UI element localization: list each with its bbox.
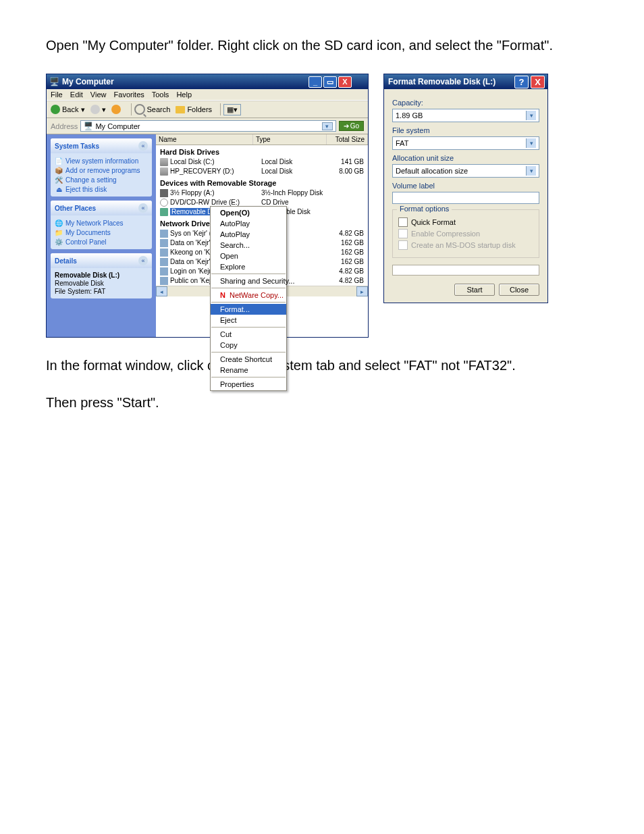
back-button[interactable]: Back ▾ xyxy=(51,105,85,114)
context-menu-item[interactable]: Format... xyxy=(211,304,286,315)
address-text: My Computer xyxy=(95,122,140,130)
context-menu-item[interactable]: Sharing and Security... xyxy=(211,276,286,286)
menu-file[interactable]: File xyxy=(51,90,63,99)
task-view-system-info[interactable]: 📄View system information xyxy=(55,156,148,165)
drive-row[interactable]: Local Disk (C:)Local Disk141 GB xyxy=(156,157,368,167)
volume-label-input[interactable] xyxy=(392,192,539,204)
drive-type: Local Disk xyxy=(261,157,329,167)
link-my-documents[interactable]: 📁My Documents xyxy=(55,228,148,237)
drive-icon xyxy=(160,277,168,285)
column-headers[interactable]: Name Type Total Size xyxy=(156,134,368,145)
drive-row[interactable]: 3½ Floppy (A:)3½-Inch Floppy Disk xyxy=(156,188,368,198)
forward-button[interactable]: ▾ xyxy=(90,105,106,114)
format-titlebar[interactable]: Format Removable Disk (L:) ? X xyxy=(384,74,547,89)
context-menu[interactable]: Open(O)AutoPlayAutoPlaySearch...OpenExpl… xyxy=(210,206,287,391)
context-menu-item[interactable]: Search... xyxy=(211,240,286,251)
views-button[interactable]: ▦▾ xyxy=(223,104,241,115)
drive-size: 162 GB xyxy=(329,248,364,257)
go-button[interactable]: Go xyxy=(339,121,364,131)
instruction-1: Open "My Computer" folder. Right click o… xyxy=(46,36,598,55)
filesystem-dropdown[interactable]: FAT▾ xyxy=(392,136,539,150)
forward-icon xyxy=(90,105,100,114)
close-button[interactable]: Close xyxy=(499,284,539,296)
address-dropdown[interactable]: ▾ xyxy=(322,122,333,130)
drive-icon xyxy=(160,189,168,197)
drive-size: 8.00 GB xyxy=(329,167,364,176)
col-type[interactable]: Type xyxy=(253,134,327,145)
context-menu-item[interactable]: AutoPlay xyxy=(211,229,286,240)
context-menu-item[interactable]: NetWare Copy... xyxy=(211,290,286,301)
address-bar: Address 🖥️ My Computer ▾ Go xyxy=(47,118,368,134)
menu-tools[interactable]: Tools xyxy=(152,90,169,99)
link-network-places[interactable]: 🌐My Network Places xyxy=(55,218,148,228)
menu-separator xyxy=(211,273,286,274)
volume-label-label: Volume label xyxy=(392,182,539,190)
context-menu-item[interactable]: Eject xyxy=(211,315,286,325)
drive-size: 4.82 GB xyxy=(329,276,364,286)
scroll-left[interactable]: ◂ xyxy=(156,286,167,296)
drive-icon xyxy=(160,167,168,176)
folders-icon xyxy=(176,106,185,113)
menu-separator xyxy=(211,352,286,353)
minimize-button[interactable]: _ xyxy=(308,76,322,88)
details-line-2: Removable Disk xyxy=(55,280,148,287)
folders-button[interactable]: Folders xyxy=(176,105,212,113)
up-button[interactable] xyxy=(111,105,123,114)
task-eject[interactable]: ⏏Eject this disk xyxy=(55,184,148,194)
views-icon: ▦ xyxy=(227,105,234,114)
window-title: My Computer xyxy=(59,77,307,86)
details-line-1: Removable Disk (L:) xyxy=(55,271,148,279)
drive-type: 3½-Inch Floppy Disk xyxy=(261,188,329,198)
drive-type: Local Disk xyxy=(261,167,329,176)
context-menu-item[interactable]: Rename xyxy=(211,365,286,375)
explorer-titlebar[interactable]: 🖥️ My Computer _ ▭ X xyxy=(47,74,368,89)
details-header[interactable]: Details« xyxy=(51,253,152,268)
details-line-3: File System: FAT xyxy=(55,288,148,295)
menu-bar[interactable]: File Edit View Favorites Tools Help xyxy=(47,89,368,101)
drive-row[interactable]: HP_RECOVERY (D:)Local Disk8.00 GB xyxy=(156,167,368,176)
close-button[interactable]: X xyxy=(338,76,352,88)
drive-name: HP_RECOVERY (D:) xyxy=(170,167,234,176)
context-menu-item[interactable]: Open(O) xyxy=(211,207,286,218)
file-list[interactable]: Name Type Total Size Hard Disk Drives Lo… xyxy=(156,134,368,337)
other-places-header[interactable]: Other Places« xyxy=(51,201,152,215)
chevron-down-icon: ▾ xyxy=(526,138,536,148)
filesystem-label: File system xyxy=(392,126,539,134)
context-menu-item[interactable]: Open xyxy=(211,251,286,261)
drive-icon xyxy=(160,230,168,238)
menu-separator xyxy=(211,288,286,288)
network-places-icon: 🌐 xyxy=(55,219,63,227)
system-tasks-header[interactable]: System Tasks« xyxy=(51,138,152,153)
col-size[interactable]: Total Size xyxy=(327,134,368,145)
alloc-dropdown[interactable]: Default allocation size▾ xyxy=(392,164,539,178)
dialog-close-button[interactable]: X xyxy=(531,76,545,88)
context-menu-item[interactable]: Copy xyxy=(211,340,286,350)
search-button[interactable]: Search xyxy=(134,104,171,115)
context-menu-item[interactable]: Explore xyxy=(211,261,286,272)
task-change-setting[interactable]: 🛠️Change a setting xyxy=(55,175,148,184)
address-icon: 🖥️ xyxy=(84,122,95,130)
address-field[interactable]: 🖥️ My Computer ▾ xyxy=(80,120,336,132)
drive-size: 4.82 GB xyxy=(329,229,364,238)
compression-checkbox: Enable Compression xyxy=(398,229,533,238)
context-menu-item[interactable]: AutoPlay xyxy=(211,218,286,229)
capacity-dropdown[interactable]: 1.89 GB▾ xyxy=(392,109,539,122)
back-icon xyxy=(51,105,60,114)
msdos-checkbox: Create an MS-DOS startup disk xyxy=(398,240,533,250)
col-name[interactable]: Name xyxy=(156,134,253,145)
scroll-right[interactable]: ▸ xyxy=(356,286,368,296)
link-control-panel[interactable]: ⚙️Control Panel xyxy=(55,237,148,246)
start-button[interactable]: Start xyxy=(454,284,495,296)
quick-format-checkbox[interactable]: Quick Format xyxy=(398,217,533,227)
context-menu-item[interactable]: Properties xyxy=(211,379,286,390)
task-add-remove[interactable]: 📦Add or remove programs xyxy=(55,165,148,175)
context-menu-item[interactable]: Create Shortcut xyxy=(211,354,286,365)
help-button[interactable]: ? xyxy=(514,76,529,88)
menu-view[interactable]: View xyxy=(90,90,107,99)
context-menu-item[interactable]: Cut xyxy=(211,329,286,340)
menu-edit[interactable]: Edit xyxy=(70,90,83,99)
maximize-button[interactable]: ▭ xyxy=(323,76,337,88)
drive-name: 3½ Floppy (A:) xyxy=(170,188,215,198)
menu-favorites[interactable]: Favorites xyxy=(114,90,144,99)
menu-help[interactable]: Help xyxy=(176,90,192,99)
